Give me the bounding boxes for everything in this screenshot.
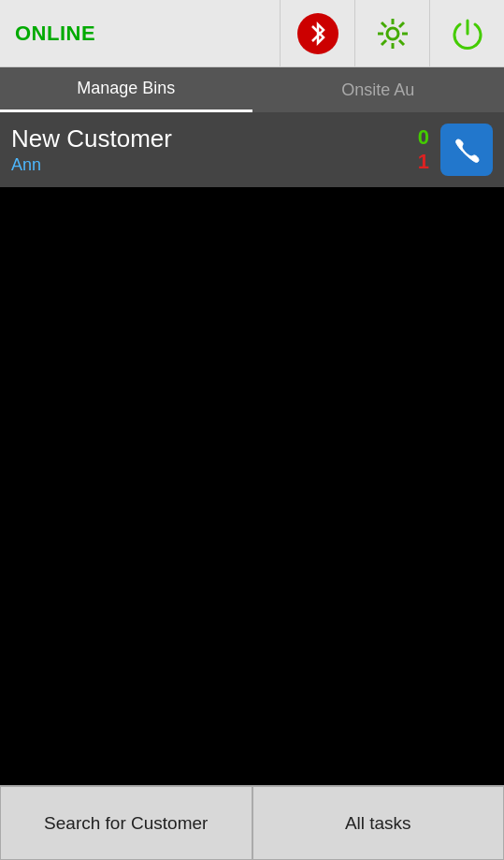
customer-counts: 0 1 xyxy=(418,125,429,174)
svg-point-0 xyxy=(387,28,398,39)
customer-row: New Customer Ann 0 1 xyxy=(0,112,504,187)
customer-info: New Customer Ann xyxy=(11,124,418,175)
tab-manage-bins[interactable]: Manage Bins xyxy=(0,67,252,112)
svg-line-5 xyxy=(382,22,386,27)
count-red: 1 xyxy=(418,150,429,174)
power-button[interactable] xyxy=(429,0,504,67)
svg-line-7 xyxy=(399,22,404,27)
svg-line-8 xyxy=(382,40,386,45)
status-label: ONLINE xyxy=(0,22,280,46)
bluetooth-button[interactable] xyxy=(280,0,354,67)
bottom-bar: Search for Customer All tasks xyxy=(0,785,504,860)
bluetooth-icon xyxy=(297,13,338,54)
count-green: 0 xyxy=(418,125,429,150)
svg-line-6 xyxy=(399,40,404,45)
settings-button[interactable] xyxy=(354,0,429,67)
search-customer-button[interactable]: Search for Customer xyxy=(0,786,252,860)
phone-button[interactable] xyxy=(440,124,493,176)
tab-bar: Manage Bins Onsite Au xyxy=(0,67,504,112)
all-tasks-button[interactable]: All tasks xyxy=(252,786,505,860)
phone-icon xyxy=(453,136,481,164)
power-icon xyxy=(447,13,488,54)
settings-icon xyxy=(372,13,413,54)
main-content xyxy=(0,187,504,785)
tab-onsite-au[interactable]: Onsite Au xyxy=(252,67,505,112)
header-bar: ONLINE xyxy=(0,0,504,67)
customer-name: New Customer xyxy=(11,124,418,153)
customer-sub: Ann xyxy=(11,155,418,175)
